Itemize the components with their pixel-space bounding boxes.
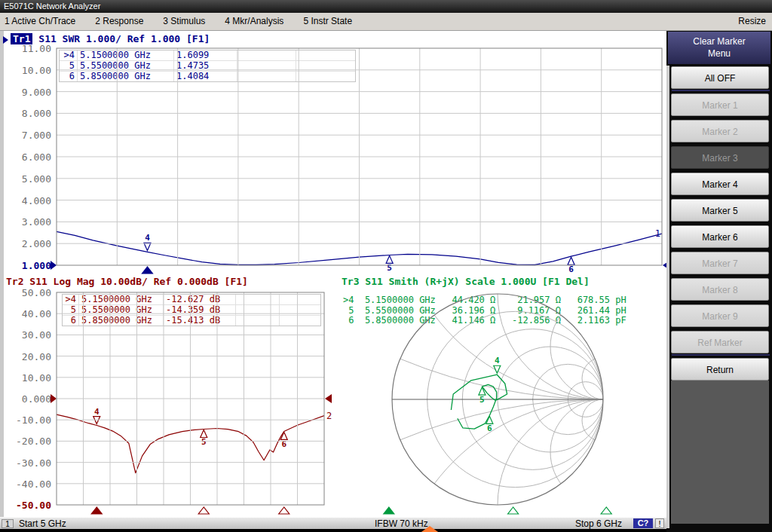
y-tick-label: 50.00 xyxy=(3,288,51,298)
y-tick-label: 8.000 xyxy=(3,109,51,118)
menu-item-5-instr-state[interactable]: 5 Instr State xyxy=(303,13,352,30)
alert-indicator: ! xyxy=(655,518,664,528)
sidebar-button-marker-3[interactable]: Marker 3 xyxy=(671,146,769,169)
sidebar-button-marker-9: Marker 9 xyxy=(671,304,769,327)
softkey-filler-panel xyxy=(671,381,769,524)
softkey-menu-title: Clear Marker Menu xyxy=(668,32,770,64)
y-tick-label: 3.000 xyxy=(3,217,51,227)
y-tick-label: -20.00 xyxy=(3,436,51,446)
y-tick-label: 11.00 xyxy=(3,44,51,54)
y-tick-label: 0.000 xyxy=(3,394,51,404)
menu-item-3-stimulus[interactable]: 3 Stimulus xyxy=(163,13,205,30)
title-bar: E5071C Network Analyzer xyxy=(0,0,772,13)
tr2-grid xyxy=(57,292,324,505)
sidebar-button-return[interactable]: Return xyxy=(671,358,769,381)
smith-outer-circle[interactable] xyxy=(392,294,603,505)
trace2-header: Tr2 S11 Log Mag 10.00dB/ Ref 0.000dB [F1… xyxy=(6,276,248,287)
y-tick-label: 5.000 xyxy=(3,174,51,184)
trace1-title: S11 SWR 1.000/ Ref 1.000 [F1] xyxy=(38,33,210,44)
app-window: E5071C Network Analyzer 1 Active Ch/Trac… xyxy=(0,0,772,532)
y-tick-label: 1.000 xyxy=(3,261,51,271)
y-tick-label: 30.00 xyxy=(3,330,51,340)
window-title: E5071C Network Analyzer xyxy=(4,2,100,11)
sidebar-button-marker-5[interactable]: Marker 5 xyxy=(671,199,769,222)
menu-item-2-response[interactable]: 2 Response xyxy=(95,13,143,30)
status-bar: 1 Start 5 GHz IFBW 70 kHz Stop 6 GHz C? … xyxy=(0,517,666,529)
softkey-sidebar: Clear Marker Menu All OFFMarker 1Marker … xyxy=(666,31,772,532)
sidebar-button-marker-1: Marker 1 xyxy=(671,93,769,116)
sidebar-button-marker-8: Marker 8 xyxy=(671,278,769,301)
trace3-badge: Tr3 xyxy=(342,276,359,287)
active-trace-arrow-icon xyxy=(3,36,8,44)
start-frequency-label: Start 5 GHz xyxy=(19,518,66,529)
menu-items: 1 Active Ch/Trace2 Response3 Stimulus4 M… xyxy=(0,13,772,30)
y-tick-label: -50.00 xyxy=(3,500,51,510)
menu-bar: 1 Active Ch/Trace2 Response3 Stimulus4 M… xyxy=(0,13,772,31)
y-tick-label: 2.000 xyxy=(3,239,51,249)
y-tick-label: 10.00 xyxy=(3,373,51,383)
calibration-status-badge: C? xyxy=(633,518,653,528)
y-tick-label: -40.00 xyxy=(3,479,51,489)
resize-button[interactable]: Resize xyxy=(738,13,766,30)
trace3-header: Tr3 S11 Smith (R+jX) Scale 1.000U [F1 De… xyxy=(342,276,590,287)
y-tick-label: 7.000 xyxy=(3,130,51,140)
sidebar-separator xyxy=(672,354,770,356)
y-tick-label: 40.00 xyxy=(3,309,51,319)
bottom-edge xyxy=(0,529,666,532)
stop-frequency-label: Stop 6 GHz xyxy=(575,518,622,529)
menu-item-1-active-ch-trace[interactable]: 1 Active Ch/Trace xyxy=(5,13,75,30)
y-tick-label: 20.00 xyxy=(3,352,51,362)
softkey-rail xyxy=(666,66,669,528)
tr1-grid xyxy=(57,48,662,265)
cursor-artifact xyxy=(419,526,440,532)
tr2-plot-region[interactable] xyxy=(57,292,324,505)
y-tick-label: 9.000 xyxy=(3,87,51,97)
sidebar-button-marker-2: Marker 2 xyxy=(671,120,769,142)
menu-item-4-mkr-analysis[interactable]: 4 Mkr/Analysis xyxy=(225,13,283,30)
tr1-plot-region[interactable] xyxy=(57,48,662,265)
sidebar-button-marker-4[interactable]: Marker 4 xyxy=(671,173,769,195)
trace2-title: S11 Log Mag 10.00dB/ Ref 0.000dB [F1] xyxy=(29,276,248,287)
sidebar-separator xyxy=(672,90,770,91)
y-tick-label: -10.00 xyxy=(3,415,51,425)
sidebar-button-marker-6[interactable]: Marker 6 xyxy=(671,225,769,248)
channel-indicator: 1 xyxy=(2,519,14,528)
sidebar-button-ref-marker: Ref Marker xyxy=(671,331,769,353)
trace3-title: S11 Smith (R+jX) Scale 1.000U [F1 Del] xyxy=(365,276,589,287)
y-tick-label: 10.00 xyxy=(3,66,51,75)
y-tick-label: 6.000 xyxy=(3,152,51,162)
y-tick-label: 4.000 xyxy=(3,196,51,206)
trace2-badge: Tr2 xyxy=(6,276,23,287)
y-tick-label: -30.00 xyxy=(3,458,51,468)
sidebar-button-all-off[interactable]: All OFF xyxy=(671,66,769,89)
sidebar-button-marker-7: Marker 7 xyxy=(671,252,769,274)
